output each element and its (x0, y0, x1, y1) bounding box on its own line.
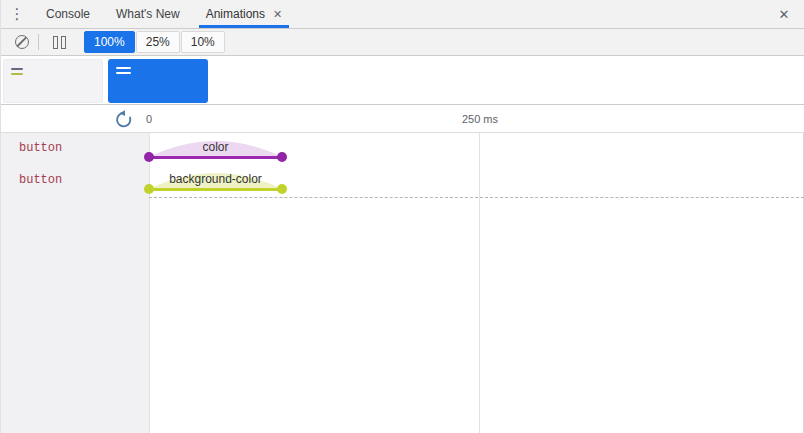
tab-animations[interactable]: Animations ✕ (193, 0, 296, 28)
animation-bar[interactable]: background-color (149, 165, 282, 197)
tab-console[interactable]: Console (33, 0, 103, 28)
tabbar-spacer (295, 0, 764, 28)
timeline-tick-250: 250 ms (462, 113, 498, 125)
speed-25-button[interactable]: 25% (136, 31, 180, 53)
row-boundary-dashed-line (149, 197, 804, 198)
preview-mini-bar (116, 72, 131, 74)
preview-mini-bar (116, 67, 131, 69)
node-label[interactable]: button (19, 133, 62, 164)
pause-all-button[interactable] (46, 31, 72, 53)
preview-mini-bar (11, 73, 23, 75)
tab-bar: ⋮ Console What's New Animations ✕ ✕ (1, 0, 804, 29)
animation-bar[interactable]: color (149, 133, 282, 165)
tab-whats-new[interactable]: What's New (103, 0, 193, 28)
property-label: color (149, 140, 282, 154)
tab-console-label: Console (46, 7, 90, 21)
clear-all-button[interactable] (9, 31, 35, 53)
playback-speed-group: 100% 25% 10% (84, 31, 225, 53)
node-label[interactable]: button (19, 165, 62, 196)
tab-whats-new-label: What's New (116, 7, 180, 21)
close-panel-icon[interactable]: ✕ (764, 0, 804, 28)
animation-group-preview[interactable] (3, 59, 103, 103)
tab-close-icon[interactable]: ✕ (273, 8, 282, 21)
timeline-tick-0: 0 (146, 113, 152, 125)
animation-rows: buttoncolorbuttonbackground-color (1, 133, 804, 197)
toolbar-divider (38, 34, 39, 50)
animations-toolbar: 100% 25% 10% (1, 29, 804, 56)
speed-100-button[interactable]: 100% (84, 31, 135, 53)
replay-button[interactable] (113, 108, 135, 130)
replay-icon (115, 110, 134, 129)
animation-group-preview-selected[interactable] (108, 59, 208, 103)
keyframe-line (149, 188, 282, 191)
animation-row[interactable]: buttonbackground-color (1, 165, 804, 197)
animations-grid: buttoncolorbuttonbackground-color (1, 133, 804, 433)
property-label: background-color (149, 172, 282, 186)
clear-all-icon (15, 35, 29, 49)
speed-10-button[interactable]: 10% (181, 31, 225, 53)
animation-row[interactable]: buttoncolor (1, 133, 804, 165)
animation-group-previews (1, 56, 804, 105)
tab-animations-label: Animations (206, 7, 265, 21)
keyframe-line (149, 156, 282, 159)
preview-mini-bar (11, 68, 23, 70)
timeline-header: 0 250 ms (1, 105, 804, 133)
pause-icon (53, 36, 66, 49)
more-menu-icon[interactable]: ⋮ (1, 0, 33, 28)
